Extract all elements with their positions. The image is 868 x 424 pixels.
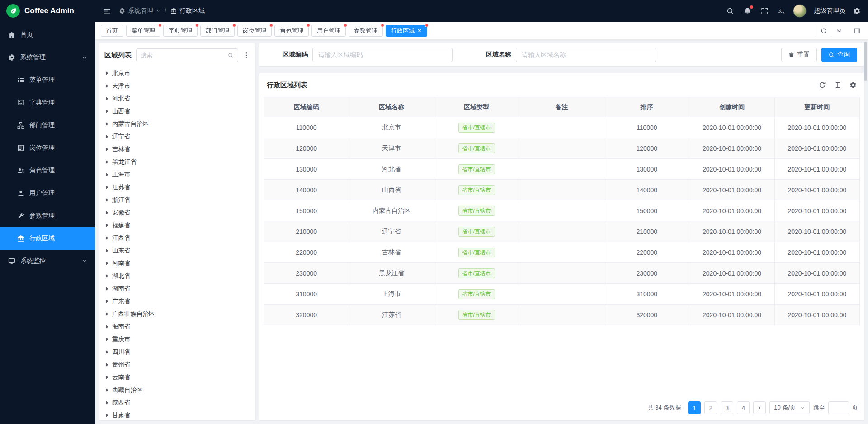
tab-menu-management[interactable]: 菜单管理 [126, 25, 160, 37]
tab-role-management[interactable]: 角色管理 [274, 25, 309, 37]
fullscreen-icon[interactable] [760, 7, 769, 15]
gear-icon [8, 54, 15, 61]
table-settings-icon[interactable] [849, 81, 857, 89]
tree-node[interactable]: 广西壮族自治区 [99, 308, 255, 320]
table-cell: 220000 [264, 242, 349, 263]
page-button-2[interactable]: 2 [704, 401, 717, 414]
sidebar-item-menu-management[interactable]: 菜单管理 [0, 69, 95, 91]
avatar[interactable] [793, 4, 807, 18]
tree-node[interactable]: 贵州省 [99, 358, 255, 371]
tree-node-label: 吉林省 [112, 145, 131, 153]
table-row: 150000内蒙古自治区省市/直辖市1500002020-10-01 00:00… [264, 200, 860, 221]
tree-node[interactable]: 江苏省 [99, 181, 255, 194]
bell-icon[interactable] [743, 7, 751, 15]
tree-node[interactable]: 西藏自治区 [99, 384, 255, 396]
user-name[interactable]: 超级管理员 [814, 7, 845, 15]
page-button-3[interactable]: 3 [721, 401, 733, 414]
tree-node[interactable]: 浙江省 [99, 194, 255, 206]
page-scrollbar[interactable] [864, 42, 867, 422]
tree-search-input[interactable] [141, 52, 225, 59]
page-jump: 跳至 页 [813, 401, 858, 414]
tree-node[interactable]: 黑龙江省 [99, 156, 255, 168]
caret-right-icon [106, 211, 108, 214]
translate-icon[interactable]: 文A [778, 7, 786, 15]
tab-post-management[interactable]: 岗位管理 [237, 25, 272, 37]
tree-node[interactable]: 安徽省 [99, 206, 255, 219]
sidebar-item-role-management[interactable]: 角色管理 [0, 159, 95, 182]
topbar-actions: 文A 超级管理员 [726, 4, 861, 18]
table-refresh-icon[interactable] [819, 81, 826, 89]
app-logo[interactable]: Coffee Admin [0, 0, 95, 22]
search-icon[interactable] [228, 52, 234, 58]
tree-node[interactable]: 上海市 [99, 168, 255, 181]
tabs-actions-chevron-icon[interactable] [831, 25, 846, 37]
sidebar-item-home[interactable]: 首页 [0, 24, 95, 46]
tab-dictionary-management[interactable]: 字典管理 [163, 25, 198, 37]
table-row: 140000山西省省市/直辖市1400002020-10-01 00:00:00… [264, 180, 860, 200]
tree-node[interactable]: 陕西省 [99, 396, 255, 409]
tab-tools [816, 25, 863, 37]
tab-user-management[interactable]: 用户管理 [311, 25, 346, 37]
caret-right-icon [106, 110, 108, 113]
tab-parameter-management[interactable]: 参数管理 [349, 25, 383, 37]
tree-node[interactable]: 内蒙古自治区 [99, 118, 255, 130]
tree-node[interactable]: 河南省 [99, 257, 255, 270]
region-name-input[interactable] [516, 48, 656, 62]
search-button[interactable]: 查询 [821, 48, 857, 62]
tree-node[interactable]: 辽宁省 [99, 130, 255, 143]
search-icon[interactable] [726, 7, 734, 15]
sidebar-item-post-management[interactable]: 岗位管理 [0, 137, 95, 159]
settings-gear-icon[interactable] [853, 7, 861, 15]
tree-node[interactable]: 河北省 [99, 92, 255, 105]
region-code-input[interactable] [312, 48, 453, 62]
tab-home[interactable]: 首页 [101, 25, 123, 37]
sidebar-item-dictionary-management[interactable]: 字典管理 [0, 91, 95, 114]
tab-department-management[interactable]: 部门管理 [200, 25, 235, 37]
region-type-badge: 省市/直辖市 [458, 164, 495, 174]
sidebar-item-user-management[interactable]: 用户管理 [0, 182, 95, 205]
tree-node[interactable]: 甘肃省 [99, 409, 255, 420]
tree-node[interactable]: 山东省 [99, 244, 255, 257]
page-button-1[interactable]: 1 [688, 401, 701, 414]
sidebar-collapse-icon[interactable] [103, 7, 111, 15]
sidebar-item-department-management[interactable]: 部门管理 [0, 114, 95, 137]
tree-node[interactable]: 湖北省 [99, 270, 255, 282]
layout-panel-icon[interactable] [852, 25, 863, 37]
reset-button[interactable]: 重置 [781, 48, 817, 62]
tree-node[interactable]: 四川省 [99, 346, 255, 358]
tree-node[interactable]: 山西省 [99, 105, 255, 118]
tree-node[interactable]: 江西省 [99, 232, 255, 244]
tree-node[interactable]: 云南省 [99, 371, 255, 384]
scrollbar-thumb[interactable] [864, 42, 867, 81]
tree-node[interactable]: 北京市 [99, 67, 255, 80]
tree-node[interactable]: 吉林省 [99, 143, 255, 156]
tab-unsaved-dot [307, 24, 310, 27]
breadcrumb-section[interactable]: 系统管理 [119, 7, 160, 15]
sidebar-item-label: 行政区域 [29, 234, 55, 243]
sidebar-item-admin-region[interactable]: 行政区域 [0, 227, 95, 250]
next-page-button[interactable] [753, 401, 766, 414]
tree-node[interactable]: 湖南省 [99, 282, 255, 295]
table-cell: 北京市 [349, 117, 434, 138]
tab-admin-region[interactable]: 行政区域 [386, 25, 427, 37]
tab-label: 字典管理 [169, 27, 192, 35]
table-cell: 120000 [264, 138, 349, 159]
tree-more-icon[interactable] [243, 52, 250, 59]
tree-node[interactable]: 海南省 [99, 320, 255, 333]
tree-node[interactable]: 重庆市 [99, 333, 255, 346]
tab-unsaved-dot [269, 24, 273, 27]
table-density-icon[interactable] [834, 81, 841, 89]
tree-node[interactable]: 福建省 [99, 219, 255, 232]
tab-close-icon[interactable] [417, 29, 422, 33]
tree-node[interactable]: 广东省 [99, 295, 255, 308]
page-jump-input[interactable] [828, 401, 849, 414]
tabs-refresh-icon[interactable] [816, 25, 831, 37]
sidebar-item-parameter-management[interactable]: 参数管理 [0, 205, 95, 227]
sidebar-item-system-management[interactable]: 系统管理 [0, 46, 95, 69]
tree-node[interactable]: 天津市 [99, 80, 255, 92]
sidebar-item-system-monitor[interactable]: 系统监控 [0, 250, 95, 272]
region-type-badge: 省市/直辖市 [458, 227, 495, 237]
page-size-select[interactable]: 10 条/页 [769, 401, 810, 414]
page-button-4[interactable]: 4 [737, 401, 750, 414]
chevron-down-icon [800, 405, 805, 410]
